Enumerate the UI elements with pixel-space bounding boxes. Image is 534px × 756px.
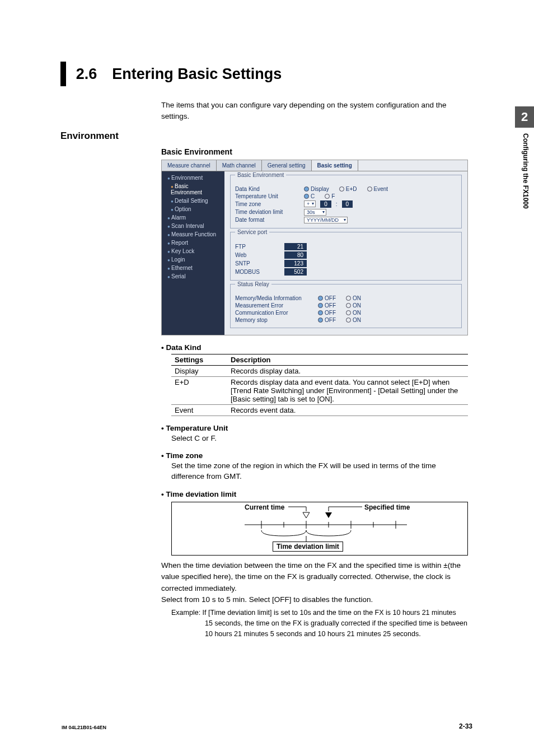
sidebar-item-environment[interactable]: Environment <box>162 174 224 182</box>
th-settings: Settings <box>171 354 227 365</box>
ftp-port-input[interactable]: 21 <box>284 243 307 250</box>
timezone-minutes-input[interactable]: 0 <box>342 200 353 208</box>
chapter-title-side: Configuring the FX1000 <box>522 133 530 209</box>
label-memory-media-info: Memory/Media Information <box>235 295 313 301</box>
footer-page-number: 2-33 <box>459 722 472 730</box>
radio-meerr-on[interactable]: ON <box>346 302 361 309</box>
label-web: Web <box>235 252 280 258</box>
modbus-port-input[interactable]: 502 <box>284 268 307 276</box>
intro-paragraph: The items that you can configure vary de… <box>161 100 469 123</box>
settings-sidebar: Environment Basic Environment Detail Set… <box>162 171 224 335</box>
label-modbus: MODBUS <box>235 269 280 275</box>
svg-marker-8 <box>303 512 310 518</box>
diagram-label-tdl-box: Time deviation limit <box>273 542 343 552</box>
section-header: 2.6 Entering Basic Settings <box>60 62 469 86</box>
web-port-input[interactable]: 80 <box>284 251 307 259</box>
label-memory-stop: Memory stop <box>235 317 313 323</box>
sidebar-item-alarm[interactable]: Alarm <box>162 213 224 222</box>
label-measurement-error: Measurement Error <box>235 302 313 309</box>
sidebar-item-detail-setting[interactable]: Detail Setting <box>162 197 224 205</box>
label-time-deviation-limit: Time deviation limit <box>235 209 299 215</box>
radio-display[interactable]: Display <box>304 186 329 192</box>
diagram-label-current-time: Current time <box>245 503 284 511</box>
label-temperature-unit: Temperature Unit <box>235 193 299 199</box>
tab-basic-setting[interactable]: Basic setting <box>312 160 358 171</box>
radio-commerr-off[interactable]: OFF <box>318 310 336 316</box>
para-time-zone: Set the time zone of the region in which… <box>171 461 469 482</box>
tab-general-setting[interactable]: General setting <box>262 160 312 171</box>
th-description: Description <box>227 354 468 365</box>
sidebar-item-serial[interactable]: Serial <box>162 272 224 281</box>
radio-event[interactable]: Event <box>367 186 388 192</box>
timezone-sign-select[interactable]: + <box>304 200 316 207</box>
timezone-hours-input[interactable]: 0 <box>320 200 331 208</box>
radio-memstop-on[interactable]: ON <box>346 317 361 323</box>
heading-temperature-unit: Temperature Unit <box>161 424 469 432</box>
sidebar-item-report[interactable]: Report <box>162 239 224 247</box>
radio-meerr-off[interactable]: OFF <box>318 302 336 309</box>
heading-basic-environment: Basic Environment <box>161 147 469 156</box>
td-event: Event <box>171 404 227 416</box>
heading-environment: Environment <box>60 130 469 142</box>
radio-ed[interactable]: E+D <box>339 186 357 192</box>
time-deviation-diagram: Current time Specified time Time deviati… <box>171 502 468 556</box>
radio-celsius[interactable]: C <box>304 193 315 199</box>
radio-commerr-on[interactable]: ON <box>346 310 361 316</box>
tab-measure-channel[interactable]: Measure channel <box>162 160 217 171</box>
settings-screenshot: Measure channel Math channel General set… <box>161 160 468 335</box>
sidebar-item-login[interactable]: Login <box>162 255 224 264</box>
td-display: Display <box>171 365 227 376</box>
group-basic-environment: Basic Environment <box>235 172 286 178</box>
sidebar-item-key-lock[interactable]: Key Lock <box>162 247 224 255</box>
para-tdl-1: When the time deviation between the time… <box>161 560 469 594</box>
radio-memstop-off[interactable]: OFF <box>318 317 336 323</box>
heading-time-zone: Time zone <box>161 451 469 460</box>
label-time-zone: Time zone <box>235 201 299 207</box>
tab-math-channel[interactable]: Math channel <box>217 160 262 171</box>
example-block: Example: If [Time deviation limit] is se… <box>171 608 469 639</box>
svg-marker-9 <box>325 512 332 518</box>
footer-doc-id: IM 04L21B01-64EN <box>62 725 106 730</box>
diagram-label-specified-time: Specified time <box>364 503 410 511</box>
heading-time-deviation-limit: Time deviation limit <box>161 490 469 498</box>
label-data-kind: Data Kind <box>235 186 299 192</box>
time-deviation-limit-select[interactable]: 30s <box>304 209 326 216</box>
radio-mminfo-off[interactable]: OFF <box>318 295 336 301</box>
group-service-port: Service port <box>235 229 269 235</box>
label-date-format: Date format <box>235 217 299 223</box>
td-ed: E+D <box>171 376 227 404</box>
sidebar-item-scan-interval[interactable]: Scan Interval <box>162 222 224 230</box>
para-temperature-unit: Select C or F. <box>171 433 469 444</box>
label-sntp: SNTP <box>235 260 280 267</box>
date-format-select[interactable]: YYYY/MM/DD <box>304 217 348 223</box>
label-ftp: FTP <box>235 244 280 250</box>
sntp-port-input[interactable]: 123 <box>284 260 307 267</box>
chapter-tab: 2 <box>515 106 534 128</box>
radio-fahrenheit[interactable]: F <box>325 193 335 199</box>
sidebar-item-basic-environment[interactable]: Basic Environment <box>162 182 224 197</box>
section-title: 2.6 Entering Basic Settings <box>76 62 282 86</box>
label-communication-error: Communication Error <box>235 310 313 316</box>
sidebar-item-option[interactable]: Option <box>162 205 224 213</box>
para-tdl-2: Select from 10 s to 5 min. Select [OFF] … <box>161 594 469 605</box>
data-kind-table: Settings Description DisplayRecords disp… <box>171 354 468 416</box>
group-status-relay: Status Relay <box>235 281 271 287</box>
heading-data-kind: Data Kind <box>161 343 469 352</box>
sidebar-item-measure-function[interactable]: Measure Function <box>162 230 224 239</box>
sidebar-item-ethernet[interactable]: Ethernet <box>162 264 224 272</box>
radio-mminfo-on[interactable]: ON <box>346 295 361 301</box>
